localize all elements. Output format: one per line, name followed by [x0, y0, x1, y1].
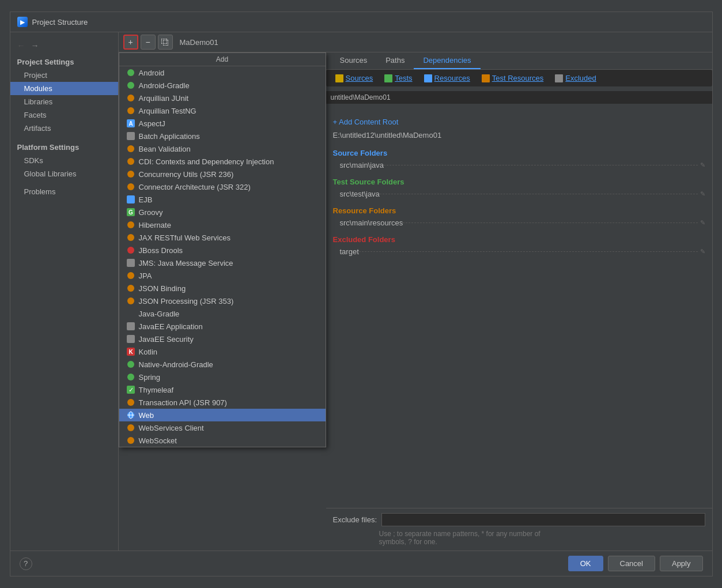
menu-item-bean-validation[interactable]: Bean Validation: [119, 142, 326, 155]
java-gradle-label: Java-Gradle: [139, 310, 180, 318]
menu-item-kotlin[interactable]: KKotlin: [119, 345, 326, 358]
menu-item-batch-applications[interactable]: Batch Applications: [119, 130, 326, 142]
resource-edit-icon[interactable]: ✎: [700, 219, 705, 227]
sidebar-item-problems[interactable]: Problems: [10, 185, 118, 198]
menu-item-jboss-drools[interactable]: JBoss Drools: [119, 244, 326, 257]
svg-text:K: K: [128, 349, 133, 355]
excluded-tab[interactable]: Excluded: [550, 72, 600, 84]
menu-item-concurrency-utils[interactable]: Concurrency Utils (JSR 236): [119, 168, 326, 180]
sources-tab[interactable]: Sources: [331, 72, 378, 84]
menu-item-arquillian-junit[interactable]: Arquillian JUnit: [119, 92, 326, 104]
menu-item-json-binding[interactable]: JSON Binding: [119, 282, 326, 295]
project-structure-dialog: ▶ Project Structure ← → Project Settings…: [10, 12, 713, 576]
menu-item-spring[interactable]: Spring: [119, 371, 326, 383]
menu-item-jpa[interactable]: JPA: [119, 269, 326, 282]
test-source-folders-section: Test Source Folders src\test\java ✎: [333, 178, 705, 199]
menu-item-webservices-client[interactable]: WebServices Client: [119, 421, 326, 434]
menu-item-android-gradle[interactable]: Android-Gradle: [119, 79, 326, 92]
hint-text-1: Use ; to separate name patterns, * for a…: [333, 530, 705, 538]
sidebar-item-libraries[interactable]: Libraries: [10, 95, 118, 108]
spring-icon: [126, 372, 135, 382]
module-name: MaDemo01: [180, 38, 218, 47]
back-button[interactable]: ←: [15, 39, 28, 52]
selected-path-text: untitled\MaDemo01: [331, 93, 391, 101]
copy-button[interactable]: ⿻: [158, 35, 173, 50]
menu-item-ejb[interactable]: EJB: [119, 193, 326, 206]
bean-validation-icon: [126, 144, 135, 153]
menu-item-javaee-security[interactable]: JavaEE Security: [119, 333, 326, 345]
svg-rect-6: [127, 132, 135, 140]
add-content-root-btn[interactable]: + Add Content Root: [333, 118, 705, 126]
project-settings-header: Project Settings: [10, 54, 118, 69]
forward-button[interactable]: →: [29, 39, 41, 52]
svg-point-33: [127, 424, 134, 431]
json-processing-label: JSON Processing (JSR 353): [139, 297, 234, 306]
menu-item-json-processing[interactable]: JSON Processing (JSR 353): [119, 295, 326, 307]
add-button[interactable]: +: [123, 35, 138, 50]
svg-point-34: [127, 437, 134, 444]
tab-paths[interactable]: Paths: [376, 52, 414, 69]
ejb-label: EJB: [139, 195, 153, 204]
sidebar-item-modules[interactable]: Modules: [10, 82, 118, 95]
center-area: + − ⿻ MaDemo01 Add AndroidAndroid-Gradle…: [119, 32, 712, 551]
jboss-drools-label: JBoss Drools: [139, 246, 183, 255]
help-button[interactable]: ?: [20, 557, 32, 570]
test-path-line: [380, 194, 698, 194]
resources-tab[interactable]: Resources: [419, 72, 475, 84]
tab-dependencies[interactable]: Dependencies: [414, 52, 480, 69]
tests-folder-icon: [384, 74, 392, 82]
menu-item-hibernate[interactable]: Hibernate: [119, 218, 326, 231]
apply-button[interactable]: Apply: [660, 556, 703, 571]
exclude-input[interactable]: [381, 513, 705, 526]
sources-tab-label: Sources: [346, 74, 373, 82]
menu-item-jax-restful[interactable]: JAX RESTful Web Services: [119, 231, 326, 244]
svg-text:✓: ✓: [128, 386, 133, 393]
svg-point-0: [127, 69, 134, 76]
menu-item-native-android[interactable]: Native-Android-Gradle: [119, 358, 326, 371]
sidebar-item-sdks[interactable]: SDKs: [10, 154, 118, 167]
menu-item-aspectj[interactable]: AAspectJ: [119, 117, 326, 130]
excluded-edit-icon[interactable]: ✎: [700, 248, 705, 255]
cancel-button[interactable]: Cancel: [608, 556, 655, 571]
sidebar-item-artifacts[interactable]: Artifacts: [10, 122, 118, 135]
menu-item-websocket[interactable]: WebSocket: [119, 434, 326, 447]
menu-item-web[interactable]: Web: [119, 409, 326, 421]
source-edit-icon[interactable]: ✎: [700, 161, 705, 169]
sidebar-item-global-libraries[interactable]: Global Libraries: [10, 167, 118, 180]
menu-item-android[interactable]: Android: [119, 66, 326, 79]
excluded-folders-label: Excluded Folders: [333, 235, 705, 244]
sources-folder-icon: [335, 74, 343, 82]
svg-rect-22: [127, 335, 135, 343]
remove-button[interactable]: −: [141, 35, 156, 50]
menu-item-cdi[interactable]: CDI: Contexts and Dependency Injection: [119, 155, 326, 168]
ok-button[interactable]: OK: [568, 556, 603, 571]
source-path-line: [384, 165, 697, 165]
content-wrapper: Add AndroidAndroid-GradleArquillian JUni…: [119, 52, 712, 551]
test-resources-tab[interactable]: Test Resources: [477, 72, 549, 84]
menu-item-java-gradle[interactable]: Java-Gradle: [119, 307, 326, 320]
excluded-tab-label: Excluded: [565, 74, 596, 82]
web-label: Web: [139, 411, 154, 420]
test-edit-icon[interactable]: ✎: [700, 190, 705, 198]
excluded-path-text: target: [340, 247, 359, 256]
menu-item-connector-arch[interactable]: Connector Architecture (JSR 322): [119, 180, 326, 193]
native-android-label: Native-Android-Gradle: [139, 360, 213, 369]
root-path-display: E:\untitled12\untitled\MaDemo01: [333, 131, 705, 140]
menu-item-groovy[interactable]: GGroovy: [119, 206, 326, 218]
menu-item-transaction-api[interactable]: Transaction API (JSR 907): [119, 396, 326, 409]
svg-rect-11: [127, 195, 135, 203]
source-folders-label: Source Folders: [333, 149, 705, 157]
resource-folders-label: Resource Folders: [333, 206, 705, 215]
sidebar-item-project[interactable]: Project: [10, 69, 118, 82]
arquillian-junit-label: Arquillian JUnit: [139, 94, 189, 103]
sidebar-item-facets[interactable]: Facets: [10, 108, 118, 122]
menu-item-jms[interactable]: JMS: Java Message Service: [119, 257, 326, 269]
menu-item-arquillian-testng[interactable]: Arquillian TestNG: [119, 104, 326, 117]
source-folders-section: Source Folders src\main\java ✎: [333, 149, 705, 171]
tab-sources[interactable]: Sources: [331, 52, 377, 69]
svg-point-18: [127, 272, 134, 279]
tests-tab[interactable]: Tests: [380, 72, 417, 84]
jboss-drools-icon: [126, 246, 135, 255]
menu-item-thymeleaf[interactable]: ✓Thymeleaf: [119, 383, 326, 396]
menu-item-javaee-app[interactable]: JavaEE Application: [119, 320, 326, 333]
